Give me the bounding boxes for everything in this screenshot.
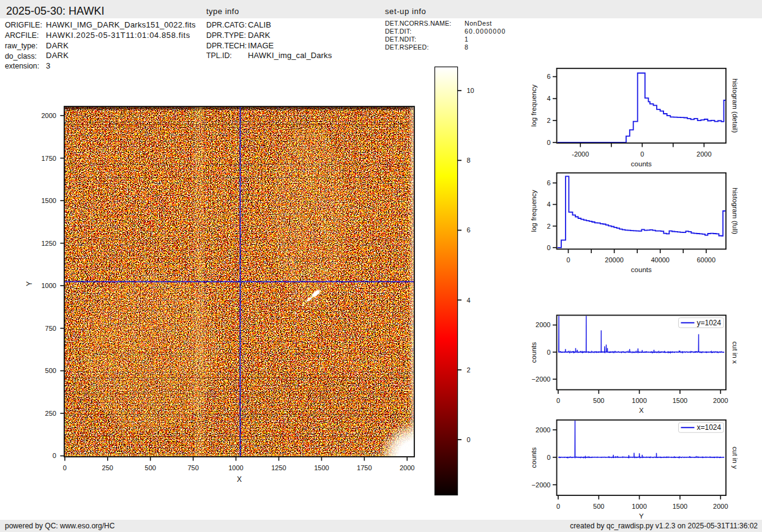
svg-text:250: 250	[45, 410, 56, 417]
svg-text:counts: counts	[631, 160, 652, 168]
svg-text:2: 2	[547, 223, 550, 230]
svg-text:2000: 2000	[713, 503, 728, 510]
svg-text:Y: Y	[25, 281, 34, 286]
svg-text:6: 6	[547, 73, 550, 80]
svg-text:2000: 2000	[400, 464, 414, 471]
svg-text:4: 4	[547, 201, 550, 208]
svg-text:cut in x: cut in x	[731, 341, 739, 364]
svg-text:histogram (detail): histogram (detail)	[731, 78, 739, 133]
svg-text:X: X	[237, 475, 242, 484]
svg-text:X: X	[639, 407, 644, 414]
svg-text:2000: 2000	[697, 150, 711, 158]
svg-text:0: 0	[547, 454, 550, 461]
svg-text:0: 0	[640, 150, 644, 158]
svg-text:counts: counts	[530, 342, 537, 363]
svg-text:counts: counts	[530, 447, 537, 468]
svg-text:4: 4	[467, 297, 471, 304]
svg-text:2: 2	[547, 117, 550, 124]
svg-text:0: 0	[547, 244, 550, 251]
svg-text:250: 250	[102, 464, 113, 471]
svg-text:log frequency: log frequency	[530, 84, 537, 127]
svg-text:2: 2	[467, 366, 471, 374]
svg-text:0: 0	[547, 139, 550, 146]
svg-text:4: 4	[547, 95, 550, 102]
svg-text:60000: 60000	[697, 256, 716, 264]
svg-text:500: 500	[593, 503, 604, 510]
svg-text:6: 6	[467, 226, 471, 234]
svg-text:1000: 1000	[632, 397, 646, 404]
svg-text:6: 6	[547, 179, 550, 187]
svg-text:1000: 1000	[632, 503, 646, 510]
svg-text:2000: 2000	[41, 112, 56, 119]
svg-text:0: 0	[556, 397, 560, 404]
svg-text:histogram (full): histogram (full)	[731, 188, 739, 234]
svg-text:−2000: −2000	[532, 375, 551, 383]
svg-text:log frequency: log frequency	[530, 190, 537, 232]
svg-text:0: 0	[467, 436, 471, 443]
svg-text:y=1024: y=1024	[697, 319, 722, 327]
svg-text:2000: 2000	[536, 426, 550, 434]
svg-text:0: 0	[556, 503, 560, 510]
svg-text:40000: 40000	[651, 256, 670, 264]
svg-text:−2000: −2000	[532, 481, 551, 489]
svg-text:10: 10	[467, 87, 474, 94]
svg-text:1500: 1500	[673, 503, 687, 510]
svg-text:x=1024: x=1024	[697, 423, 722, 432]
svg-text:1000: 1000	[228, 464, 243, 471]
svg-text:1500: 1500	[314, 464, 329, 471]
svg-text:1750: 1750	[357, 464, 372, 471]
svg-text:1500: 1500	[41, 197, 56, 204]
svg-text:0: 0	[63, 464, 67, 471]
svg-text:Y: Y	[639, 512, 644, 520]
svg-text:2000: 2000	[536, 321, 550, 328]
svg-text:-2000: -2000	[572, 150, 589, 158]
svg-text:1000: 1000	[41, 282, 56, 289]
svg-text:500: 500	[593, 397, 604, 404]
svg-text:20000: 20000	[605, 256, 624, 264]
svg-text:0: 0	[566, 256, 570, 264]
svg-text:cut in y: cut in y	[731, 446, 739, 469]
svg-text:1250: 1250	[271, 464, 286, 471]
svg-text:1250: 1250	[41, 240, 56, 247]
svg-text:1500: 1500	[673, 397, 687, 404]
svg-text:0: 0	[547, 349, 550, 356]
svg-text:8: 8	[467, 157, 471, 164]
svg-text:1750: 1750	[41, 155, 56, 162]
svg-text:500: 500	[45, 367, 56, 374]
svg-text:2000: 2000	[713, 397, 728, 404]
svg-text:750: 750	[45, 325, 56, 332]
svg-text:counts: counts	[631, 266, 652, 273]
svg-text:750: 750	[187, 464, 198, 471]
svg-text:500: 500	[145, 464, 156, 471]
svg-text:0: 0	[53, 452, 56, 459]
